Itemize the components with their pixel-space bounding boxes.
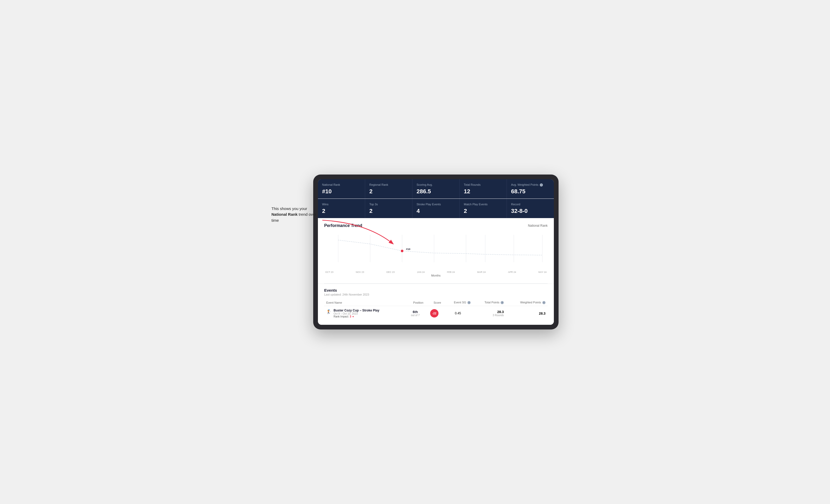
chart-x-labels: OCT 23 NOV 23 DEC 23 JAN 24 FEB 24 MAR 2… xyxy=(324,271,548,273)
x-label-mar24: MAR 24 xyxy=(477,271,486,273)
stat-record: Record 32-8-0 xyxy=(507,199,554,218)
col-event-name: Event Name xyxy=(324,299,405,306)
tablet-screen: National Rank #10 Regional Rank 2 Scorin… xyxy=(318,179,554,325)
stat-stroke-play: Stroke Play Events 4 xyxy=(412,199,459,218)
event-position-cell: 6th out of 7 xyxy=(405,306,425,321)
performance-chart: #10 xyxy=(324,232,548,269)
stat-wins: Wins 2 xyxy=(318,199,365,218)
event-score-cell: -22 xyxy=(425,306,443,321)
events-table: Event Name Position Score Event SG i Tot… xyxy=(324,299,548,321)
stat-total-rounds-value: 12 xyxy=(464,188,503,195)
col-event-sg: Event SG i xyxy=(443,299,473,306)
weighted-points-info-icon[interactable]: i xyxy=(542,301,545,304)
event-sg-info-icon[interactable]: i xyxy=(468,301,471,304)
event-total-points: 28.3 xyxy=(475,310,504,314)
stat-stroke-play-label: Stroke Play Events xyxy=(417,202,455,206)
chart-data-label: #10 xyxy=(406,247,411,250)
events-title: Events xyxy=(324,288,548,293)
x-label-oct23: OCT 23 xyxy=(325,271,333,273)
performance-subtitle: National Rank xyxy=(528,224,548,228)
stat-top3s: Top 3s 2 xyxy=(365,199,412,218)
avg-weighted-info-icon[interactable]: i xyxy=(540,183,543,187)
stat-wins-label: Wins xyxy=(322,202,361,206)
rank-impact: Rank Impact: 3 ▼ xyxy=(333,315,379,318)
event-details: Buster Cozy Cup – Stroke Play Oct 9 – Oc… xyxy=(333,309,379,318)
stat-match-play-label: Match Play Events xyxy=(464,202,503,206)
chart-svg: #10 xyxy=(324,232,548,269)
stat-regional-rank: Regional Rank 2 xyxy=(365,179,412,199)
performance-section: Performance Trend National Rank xyxy=(318,218,554,283)
x-label-jan24: JAN 24 xyxy=(417,271,425,273)
table-row: 🏌 Buster Cozy Cup – Stroke Play Oct 9 – … xyxy=(324,306,548,321)
annotation-bold: National Rank xyxy=(272,212,297,216)
stat-record-label: Record xyxy=(511,202,550,206)
stat-top3s-label: Top 3s xyxy=(369,202,408,206)
event-sg-value: 0.45 xyxy=(455,311,461,315)
page-container: This shows you your National Rank trend … xyxy=(272,174,558,330)
x-label-nov23: NOV 23 xyxy=(356,271,364,273)
rank-impact-direction: ▼ xyxy=(352,315,354,318)
event-name-inner: 🏌 Buster Cozy Cup – Stroke Play Oct 9 – … xyxy=(326,309,403,318)
stat-avg-weighted: Avg. Weighted Points i 68.75 xyxy=(507,179,554,199)
stat-scoring-avg-value: 286.5 xyxy=(417,188,455,195)
event-weighted-points: 28.3 xyxy=(539,311,545,315)
stat-stroke-play-value: 4 xyxy=(417,208,455,214)
stat-record-value: 32-8-0 xyxy=(511,208,550,214)
rank-impact-label: Rank Impact: xyxy=(333,315,349,318)
chart-data-point xyxy=(401,250,404,252)
event-position-sub: out of 7 xyxy=(407,314,423,317)
stat-national-rank-value: #10 xyxy=(322,188,361,195)
stat-match-play: Match Play Events 2 xyxy=(459,199,507,218)
events-table-header: Event Name Position Score Event SG i Tot… xyxy=(324,299,548,306)
event-rounds: 3 Rounds xyxy=(475,314,504,317)
annotation-text-before: This shows you your xyxy=(272,206,307,211)
stat-national-rank: National Rank #10 xyxy=(318,179,365,199)
performance-title: Performance Trend xyxy=(324,223,362,228)
rank-impact-value: 3 xyxy=(350,315,351,318)
event-weighted-points-cell: 28.3 xyxy=(506,306,548,321)
x-label-apr24: APR 24 xyxy=(508,271,516,273)
stat-match-play-value: 2 xyxy=(464,208,503,214)
stat-avg-weighted-label: Avg. Weighted Points i xyxy=(511,183,550,187)
tablet-frame: National Rank #10 Regional Rank 2 Scorin… xyxy=(313,174,558,330)
events-table-body: 🏌 Buster Cozy Cup – Stroke Play Oct 9 – … xyxy=(324,306,548,321)
stat-top3s-value: 2 xyxy=(369,208,408,214)
stat-national-rank-label: National Rank xyxy=(322,183,361,187)
chart-x-title: Months xyxy=(324,274,548,277)
events-section: Events Last updated: 24th November 2023 … xyxy=(318,283,554,325)
total-points-info-icon[interactable]: i xyxy=(501,301,504,304)
event-date: Oct 9 – Oct 10, 2023 xyxy=(333,312,379,315)
event-total-points-cell: 28.3 3 Rounds xyxy=(473,306,506,321)
event-icon: 🏌 xyxy=(326,309,331,314)
col-position: Position xyxy=(405,299,425,306)
event-name-title: Buster Cozy Cup – Stroke Play xyxy=(333,309,379,312)
stat-total-rounds-label: Total Rounds xyxy=(464,183,503,187)
stats-row-2: Wins 2 Top 3s 2 Stroke Play Events 4 Mat… xyxy=(318,199,554,218)
stat-scoring-avg: Scoring Avg. 286.5 xyxy=(412,179,459,199)
col-weighted-points: Weighted Points i xyxy=(506,299,548,306)
event-name-cell: 🏌 Buster Cozy Cup – Stroke Play Oct 9 – … xyxy=(324,306,405,321)
event-sg-cell: 0.45 xyxy=(443,306,473,321)
x-label-dec23: DEC 23 xyxy=(386,271,395,273)
col-total-points: Total Points i xyxy=(473,299,506,306)
event-position: 6th xyxy=(407,310,423,314)
events-last-updated: Last updated: 24th November 2023 xyxy=(324,293,548,296)
stat-avg-weighted-value: 68.75 xyxy=(511,188,550,195)
stats-row-1: National Rank #10 Regional Rank 2 Scorin… xyxy=(318,179,554,199)
events-header-row: Event Name Position Score Event SG i Tot… xyxy=(324,299,548,306)
x-label-may24: MAY 24 xyxy=(539,271,547,273)
stat-wins-value: 2 xyxy=(322,208,361,214)
stat-total-rounds: Total Rounds 12 xyxy=(459,179,507,199)
stat-regional-rank-value: 2 xyxy=(369,188,408,195)
stat-regional-rank-label: Regional Rank xyxy=(369,183,408,187)
event-score-badge: -22 xyxy=(430,309,439,317)
col-score: Score xyxy=(425,299,443,306)
x-label-feb24: FEB 24 xyxy=(447,271,455,273)
performance-header: Performance Trend National Rank xyxy=(324,223,548,228)
annotation: This shows you your National Rank trend … xyxy=(272,206,324,224)
stat-scoring-avg-label: Scoring Avg. xyxy=(417,183,455,187)
